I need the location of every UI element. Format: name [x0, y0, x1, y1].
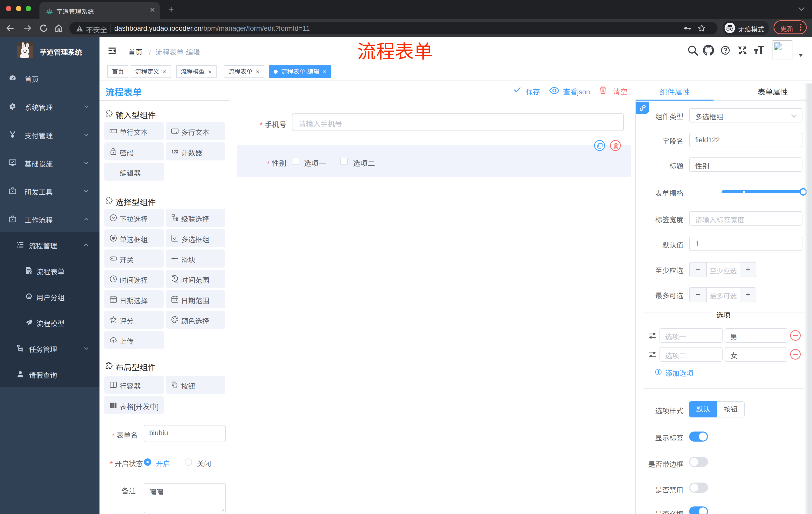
svg-text:123: 123	[172, 150, 178, 154]
